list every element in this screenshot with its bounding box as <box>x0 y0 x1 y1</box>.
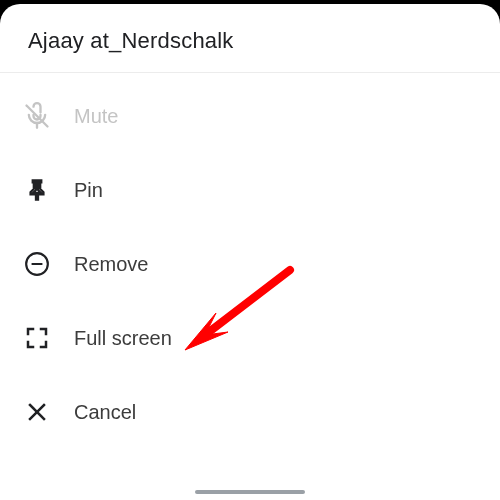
remove-item[interactable]: Remove <box>0 227 500 301</box>
pin-label: Pin <box>74 179 103 202</box>
mute-label: Mute <box>74 105 118 128</box>
pin-item[interactable]: Pin <box>0 153 500 227</box>
fullscreen-icon <box>20 321 54 355</box>
sheet-header: Ajaay at_Nerdschalk <box>0 4 500 73</box>
fullscreen-item[interactable]: Full screen <box>0 301 500 375</box>
pin-icon <box>20 173 54 207</box>
bottom-sheet: Ajaay at_Nerdschalk Mute Pin <box>0 4 500 500</box>
action-menu: Mute Pin Remove <box>0 73 500 449</box>
gesture-handle[interactable] <box>195 490 305 494</box>
remove-icon <box>20 247 54 281</box>
cancel-label: Cancel <box>74 401 136 424</box>
mute-item: Mute <box>0 79 500 153</box>
close-icon <box>20 395 54 429</box>
cancel-item[interactable]: Cancel <box>0 375 500 449</box>
remove-label: Remove <box>74 253 148 276</box>
fullscreen-label: Full screen <box>74 327 172 350</box>
mic-off-icon <box>20 99 54 133</box>
participant-name: Ajaay at_Nerdschalk <box>28 28 472 54</box>
